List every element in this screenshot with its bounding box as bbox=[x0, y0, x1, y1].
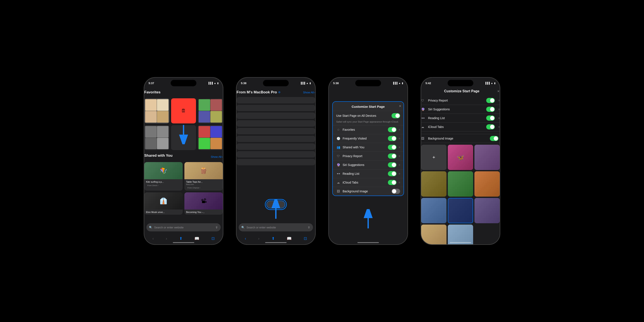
fav-item-3[interactable] bbox=[198, 98, 223, 124]
reading-label-3: Reading List bbox=[342, 172, 386, 176]
content-row-6 bbox=[236, 136, 315, 142]
bg-swatch-orange[interactable] bbox=[474, 171, 500, 197]
bg-toggle-3[interactable] bbox=[392, 189, 400, 194]
fav-item-1[interactable] bbox=[144, 98, 169, 124]
phone-3: 5:38 ▐▐▐ ▲ ▮ Customize Start Page ✕ Use … bbox=[328, 77, 408, 245]
forward-btn-2[interactable]: › bbox=[256, 236, 261, 242]
reading-drag-3: ≡ bbox=[399, 172, 400, 175]
wifi-icon-3: ▲ bbox=[398, 82, 401, 84]
home-indicator-1 bbox=[173, 242, 194, 243]
privacy-icon-3: 🛡 bbox=[336, 154, 340, 158]
content-row-2 bbox=[236, 105, 315, 111]
modal-row-siri: 🔮 Siri Suggestions ≡ bbox=[333, 160, 404, 169]
share-btn-1[interactable]: ⬆ bbox=[178, 235, 184, 242]
bg-swatch-blue-dots[interactable] bbox=[421, 198, 446, 223]
p4-reading-drag: ≡ bbox=[498, 116, 500, 120]
p4-reading-toggle[interactable] bbox=[486, 116, 495, 121]
card-title-2: Table Tops for... bbox=[186, 180, 221, 183]
status-icons-1: ▐▐▐ ▲ ▮ bbox=[208, 82, 218, 84]
privacy-toggle-3[interactable] bbox=[388, 154, 396, 159]
bg-swatch-green[interactable] bbox=[448, 171, 473, 197]
bg-section: 🖼 Background Image + 🦋 bbox=[421, 134, 500, 244]
icloud-label-3: iCloud Tabs bbox=[342, 181, 386, 184]
bg-swatch-dark-blue[interactable] bbox=[448, 198, 473, 223]
status-icons-3: ▐▐▐ ▲ ▮ bbox=[392, 82, 403, 84]
modal-close-3[interactable]: ✕ bbox=[399, 104, 402, 108]
forward-btn-1[interactable]: › bbox=[164, 236, 169, 242]
modal-row-reading: 👓 Reading List ≡ bbox=[333, 169, 404, 178]
search-placeholder-2: Search or enter website bbox=[246, 226, 306, 229]
status-icons-2: ▐▐▐ ▲ ▮ bbox=[300, 82, 311, 84]
favorites-drag-3: ≡ bbox=[399, 128, 400, 131]
phone-4: 5:42 ▐▐▐ ▲ ▮ Customize Start Page ✕ 🛡 Pr… bbox=[421, 77, 500, 245]
modal-title-3: Customize Start Page bbox=[352, 105, 385, 108]
shared-card-3[interactable]: 👔 Elon Musk unve... bbox=[144, 192, 183, 215]
bg-swatch-paper[interactable] bbox=[421, 224, 446, 244]
bookmarks-btn-1[interactable]: 📖 bbox=[193, 235, 201, 242]
p4-privacy-drag: ≡ bbox=[498, 99, 500, 102]
shared-card-4[interactable]: 📽 Becoming You -... bbox=[184, 192, 223, 215]
search-bar-1[interactable]: 🔍 Search or enter website 🎙 bbox=[146, 223, 221, 232]
privacy-drag-3: ≡ bbox=[399, 154, 400, 158]
favorites-toggle-3[interactable] bbox=[388, 127, 396, 132]
from-icon: ⚙ bbox=[278, 91, 280, 94]
wifi-icon-2: ▲ bbox=[306, 82, 308, 84]
show-all-2[interactable]: Show All › bbox=[303, 91, 315, 94]
p4-title: Customize Start Page bbox=[444, 89, 479, 93]
shared-card-2[interactable]: 🪵 Table Tops for... ikea.com From Chance… bbox=[184, 162, 223, 190]
siri-toggle-3[interactable] bbox=[388, 162, 396, 168]
bg-swatch-butterfly[interactable]: 🦋 bbox=[448, 145, 473, 170]
p4-icloud-label: iCloud Tabs bbox=[428, 125, 484, 128]
sync-toggle[interactable] bbox=[392, 113, 400, 118]
home-indicator-4 bbox=[450, 242, 471, 243]
tabs-btn-1[interactable]: ⊡ bbox=[210, 235, 216, 242]
battery-icon: ▮ bbox=[217, 82, 218, 84]
battery-icon-4: ▮ bbox=[494, 82, 496, 84]
shared-title: Shared with You bbox=[144, 154, 172, 158]
freq-toggle[interactable] bbox=[388, 136, 396, 141]
fav-item-6[interactable] bbox=[198, 125, 223, 150]
bg-swatch-mauve[interactable] bbox=[474, 198, 500, 223]
home-indicator-2 bbox=[265, 242, 286, 243]
fav-item-4[interactable] bbox=[144, 125, 169, 150]
tabs-btn-2[interactable]: ⊡ bbox=[302, 235, 309, 242]
bg-swatch-gold[interactable] bbox=[421, 171, 446, 197]
shared-card-1[interactable]: 🪁 Kite surfing a p... From Devin › bbox=[144, 162, 183, 190]
p4-close[interactable]: ✕ bbox=[497, 90, 500, 93]
p4-privacy-label: Privacy Report bbox=[428, 99, 484, 102]
show-all-link[interactable]: Show All › bbox=[211, 155, 223, 158]
p4-icloud-toggle[interactable] bbox=[486, 124, 495, 130]
bg-swatch-paper-blue[interactable] bbox=[448, 224, 473, 244]
customize-modal-3: Customize Start Page ✕ Use Start Page on… bbox=[332, 101, 404, 196]
wifi-icon: ▲ bbox=[214, 82, 216, 84]
bg-add-button[interactable]: + bbox=[421, 145, 446, 170]
fav-item-2[interactable]: 🗓 bbox=[171, 98, 196, 124]
shared-label-3: Shared with You bbox=[342, 146, 386, 149]
p4-siri-toggle[interactable] bbox=[486, 107, 495, 112]
shared-header: Shared with You Show All › bbox=[144, 154, 223, 160]
content-row-7 bbox=[236, 144, 315, 150]
favorites-title: Favorites bbox=[144, 90, 160, 94]
back-btn-2[interactable]: ‹ bbox=[243, 236, 248, 242]
icloud-toggle-3[interactable] bbox=[388, 180, 396, 185]
bg-section-toggle[interactable] bbox=[490, 136, 498, 141]
shared-drag-3: ≡ bbox=[399, 146, 400, 149]
p4-header: Customize Start Page ✕ bbox=[421, 89, 500, 93]
time-3: 5:38 bbox=[333, 82, 339, 85]
time-2: 5:38 bbox=[241, 82, 246, 85]
bg-section-label: Background Image bbox=[428, 137, 488, 140]
reading-toggle-3[interactable] bbox=[388, 171, 396, 176]
p4-siri-label: Siri Suggestions bbox=[428, 108, 484, 111]
bg-label-3: Background Image bbox=[342, 190, 390, 193]
sync-label: Use Start Page on All Devices bbox=[336, 114, 376, 118]
share-btn-2[interactable]: ⬆ bbox=[270, 235, 276, 242]
bottom-toolbar-2: ‹ › ⬆ 📖 ⊡ bbox=[236, 235, 315, 242]
bookmarks-btn-2[interactable]: 📖 bbox=[285, 235, 293, 242]
p4-siri-icon: 🔮 bbox=[421, 108, 426, 111]
search-bar-2[interactable]: 🔍 Search or enter website 🎙 bbox=[239, 223, 313, 232]
bg-swatch-abstract[interactable] bbox=[474, 145, 500, 170]
back-btn-1[interactable]: ‹ bbox=[151, 236, 156, 242]
shared-toggle-3[interactable] bbox=[388, 145, 396, 150]
content-row-8 bbox=[236, 151, 315, 158]
p4-privacy-toggle[interactable] bbox=[486, 98, 495, 103]
